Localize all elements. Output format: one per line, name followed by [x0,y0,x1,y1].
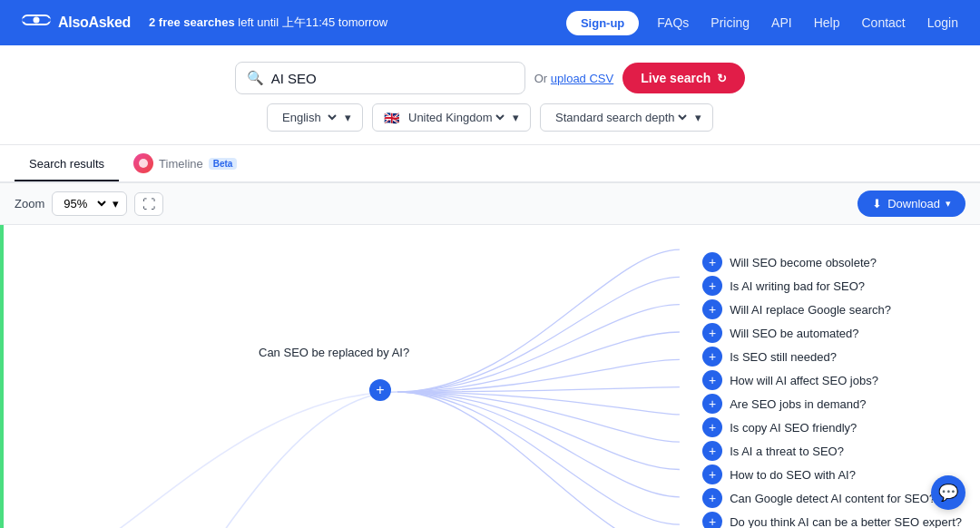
chat-icon[interactable]: 💬 [931,475,965,510]
country-flag-icon: 🇬🇧 [384,111,399,125]
filters-row: English French Spanish ▾ 🇬🇧 United Kingd… [267,103,713,132]
node-item-1[interactable]: + Is AI writing bad for SEO? [702,276,962,296]
header-nav: FAQs Pricing API Help Contact Login [657,15,958,30]
node-plus-10[interactable]: + [702,488,722,508]
tab-timeline[interactable]: Timeline Beta [119,144,251,184]
node-plus-5[interactable]: + [702,370,722,390]
right-nodes: + Will SEO become obsolete? + Is AI writ… [702,252,962,528]
node-item-3[interactable]: + Will SEO be automated? [702,323,962,343]
node-item-4[interactable]: + Is SEO still needed? [702,347,962,367]
chat-bubble-icon: 💬 [938,483,958,503]
node-item-9[interactable]: + How to do SEO with AI? [702,464,962,484]
node-plus-3[interactable]: + [702,323,722,343]
beta-badge: Beta [209,158,238,170]
node-plus-1[interactable]: + [702,276,722,296]
zoom-select-wrapper[interactable]: 95% 100% 75% 50% ▾ [52,191,127,216]
depth-chevron-icon: ▾ [695,111,701,124]
svg-point-4 [139,159,148,168]
signup-button[interactable]: Sign-up [566,11,639,35]
zoom-select[interactable]: 95% 100% 75% 50% [60,196,109,211]
timeline-icon [133,153,153,173]
left-accent-bar [0,225,4,528]
node-item-2[interactable]: + Will AI replace Google search? [702,299,962,319]
nav-help[interactable]: Help [814,15,840,30]
refresh-icon: ↻ [717,72,727,85]
node-item-7[interactable]: + Is copy AI SEO friendly? [702,417,962,437]
node-plus-4[interactable]: + [702,347,722,367]
download-chevron-icon: ▾ [946,198,951,210]
logo-text: AlsoAsked [58,15,131,31]
depth-select[interactable]: Standard search depth Deep search [552,110,690,125]
canvas-area: Can SEO be replaced by AI? + + Will SEO … [0,225,980,528]
upload-csv-link[interactable]: upload CSV [551,72,613,85]
node-plus-6[interactable]: + [702,394,722,414]
nav-pricing[interactable]: Pricing [710,15,750,30]
node-plus-2[interactable]: + [702,299,722,319]
svg-point-1 [34,17,40,24]
svg-rect-2 [22,18,27,22]
node-item-8[interactable]: + Is AI a threat to SEO? [702,441,962,461]
node-plus-9[interactable]: + [702,464,722,484]
nav-login[interactable]: Login [927,15,958,30]
logo-icon [22,11,51,34]
node-plus-11[interactable]: + [702,512,722,528]
search-row: 🔍 Or upload CSV Live search ↻ [235,62,746,94]
nav-contact[interactable]: Contact [861,15,905,30]
nav-faqs[interactable]: FAQs [657,15,689,30]
nav-api[interactable]: API [771,15,792,30]
svg-rect-3 [45,18,51,22]
search-area: 🔍 Or upload CSV Live search ↻ English Fr… [0,45,980,145]
country-select[interactable]: United Kingdom United States Australia [405,110,507,125]
depth-filter[interactable]: Standard search depth Deep search ▾ [540,103,713,132]
free-searches-notice: 2 free searches left until 上午11:45 tomor… [149,15,548,31]
header: AlsoAsked 2 free searches left until 上午1… [0,0,980,45]
live-search-button[interactable]: Live search ↻ [622,63,745,93]
fullscreen-button[interactable]: ⛶ [134,192,163,216]
toolbar: Zoom 95% 100% 75% 50% ▾ ⛶ ⬇ Download ▾ [0,183,980,225]
central-plus-button[interactable]: + [369,379,391,401]
language-filter[interactable]: English French Spanish ▾ [267,103,363,132]
node-item-10[interactable]: + Can Google detect AI content for SEO? [702,488,962,508]
download-button[interactable]: ⬇ Download ▾ [858,191,965,217]
node-plus-0[interactable]: + [702,252,722,272]
country-filter[interactable]: 🇬🇧 United Kingdom United States Australi… [372,103,531,132]
search-input[interactable] [271,71,514,86]
search-input-wrapper: 🔍 [235,62,525,94]
country-chevron-icon: ▾ [513,111,519,124]
node-plus-7[interactable]: + [702,417,722,437]
search-icon: 🔍 [247,70,264,86]
zoom-label: Zoom [15,197,44,210]
fullscreen-icon: ⛶ [142,197,155,211]
zoom-chevron-icon: ▾ [113,197,119,210]
central-node: Can SEO be replaced by AI? [259,346,409,359]
tabs-bar: Search results Timeline Beta [0,145,980,183]
download-icon: ⬇ [872,197,882,210]
language-chevron-icon: ▾ [345,111,351,124]
node-item-11[interactable]: + Do you think AI can be a better SEO ex… [702,512,962,528]
or-upload-text: Or upload CSV [534,72,613,85]
node-item-0[interactable]: + Will SEO become obsolete? [702,252,962,272]
language-select[interactable]: English French Spanish [279,110,339,125]
logo: AlsoAsked [22,11,131,34]
node-item-6[interactable]: + Are SEO jobs in demand? [702,394,962,414]
tab-search-results[interactable]: Search results [15,148,119,181]
node-item-5[interactable]: + How will AI affect SEO jobs? [702,370,962,390]
node-plus-8[interactable]: + [702,441,722,461]
